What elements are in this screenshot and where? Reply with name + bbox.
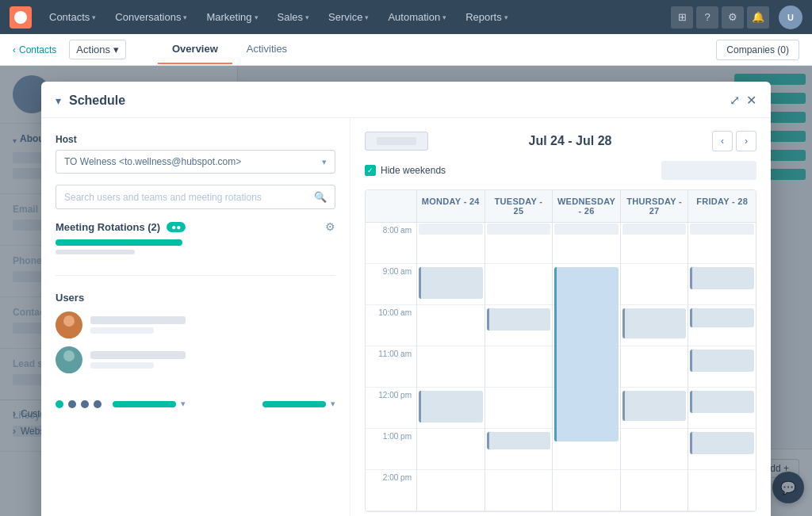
search-box[interactable]: Search users and teams and meeting rotat… [56,185,335,209]
nav-reports[interactable]: Reports ▾ [458,8,516,26]
tue-2pm[interactable] [485,470,553,511]
thu-10am[interactable] [621,305,688,346]
nav-contacts[interactable]: Contacts ▾ [41,8,104,26]
fri-8am[interactable] [688,223,756,264]
fri-2pm[interactable] [688,470,756,511]
mon-12pm[interactable] [417,388,485,429]
thu-2pm[interactable] [621,470,688,511]
help-icon-btn[interactable]: ? [696,6,718,29]
user-avatar[interactable]: U [779,6,802,29]
tab-activities[interactable]: Activities [232,35,301,64]
calendar-filter-dropdown[interactable] [661,161,756,180]
hide-weekends-option[interactable]: ✓ Hide weekends [365,165,446,176]
nav-marketing[interactable]: Marketing ▾ [198,8,266,26]
left-panel: Host TO Welness <to.wellness@hubspot.com… [41,118,350,516]
companies-button[interactable]: Companies (0) [716,40,799,60]
notification-icon-btn[interactable]: 🔔 [747,6,769,29]
mon-1pm[interactable] [417,429,485,470]
actions-button[interactable]: Actions ▾ [69,40,126,59]
expand-icon[interactable]: ⤢ [730,93,740,108]
wed-8am[interactable] [553,223,620,264]
day-header-wed: WEDNESDAY - 26 [553,190,621,222]
tue-9am[interactable] [485,264,553,305]
nav-conversations[interactable]: Conversations ▾ [107,8,195,26]
mon-8am[interactable] [417,223,485,264]
wed-2pm[interactable] [553,470,620,511]
dot-4 [94,400,102,408]
prev-week-button[interactable]: ‹ [712,131,733,151]
modal-collapse-icon[interactable]: ▾ [56,94,61,107]
calendar-body: 8:00 am 9:00 am 10:00 am 11:00 am [366,223,756,511]
mon-9am[interactable] [417,264,485,305]
chevron-down-icon: ▾ [183,13,187,21]
meeting-rotations-section: Meeting Rotations (2) ●● ⚙ [56,220,335,262]
gear-icon[interactable]: ⚙ [325,220,335,233]
thu-9am[interactable] [621,264,688,305]
modal-title: Schedule [69,94,722,108]
calendar-grid: MONDAY - 24 TUESDAY - 25 WEDNESDAY - 26 … [365,189,756,512]
modal-body: Host TO Welness <to.wellness@hubspot.com… [41,118,771,516]
wed-9am[interactable] [553,264,620,305]
tue-10am[interactable] [485,305,553,346]
thu-1pm[interactable] [621,429,688,470]
mon-11am[interactable] [417,346,485,388]
nav-icon-group: ⊞ ? ⚙ 🔔 U [671,6,802,29]
mon-2pm[interactable] [417,470,485,511]
pagination-bar-right [262,401,326,407]
close-icon[interactable]: ✕ [746,93,756,108]
hubspot-logo[interactable] [10,6,32,29]
chevron-left-icon: ‹ [13,44,16,55]
host-select[interactable]: TO Welness <to.wellness@hubspot.com> ▾ [56,150,335,174]
time-1pm: 1:00 pm [366,429,416,470]
sub-nav-tabs: Overview Activities [158,35,301,64]
host-field-group: Host TO Welness <to.wellness@hubspot.com… [56,134,335,174]
user-avatar-1 [56,312,82,338]
fri-10am[interactable] [688,305,756,346]
user-avatar-2 [56,346,82,373]
tab-overview[interactable]: Overview [158,35,232,64]
hide-weekends-checkbox[interactable]: ✓ [365,165,376,176]
search-icon-btn[interactable]: ⊞ [671,6,693,29]
send-button[interactable] [365,132,428,151]
meeting-rotations-title: Meeting Rotations (2) [56,221,160,233]
back-to-contacts[interactable]: ‹ Contacts [13,44,56,55]
thu-12pm[interactable] [621,388,688,429]
time-12pm: 12:00 pm [366,388,416,429]
mon-10am[interactable] [417,305,485,346]
rotation-item-1 [56,239,335,254]
tue-8am[interactable] [485,223,553,264]
monday-col [417,223,485,511]
pagination: ▾ ▾ [56,392,335,409]
search-icon: 🔍 [314,191,327,203]
fri-12pm[interactable] [688,388,756,429]
pagination-bar-left [113,401,176,407]
fri-9am[interactable] [688,264,756,305]
fri-event-9am [690,267,754,289]
users-title: Users [56,292,335,304]
time-2pm: 2:00 pm [366,470,416,511]
tue-event-1pm [487,432,551,449]
thu-8am[interactable] [621,223,688,264]
thu-11am[interactable] [621,346,688,388]
fri-11am[interactable] [688,346,756,388]
settings-icon-btn[interactable]: ⚙ [722,6,744,29]
tue-11am[interactable] [485,346,553,388]
tue-1pm[interactable] [485,429,553,470]
thursday-col [621,223,689,511]
date-range: Jul 24 - Jul 28 [438,134,703,148]
time-10am: 10:00 am [366,305,416,346]
chevron-down-icon: ▾ [504,13,508,21]
fri-1pm[interactable] [688,429,756,470]
next-week-button[interactable]: › [736,131,756,151]
thu-event-10am [622,308,687,338]
tue-12pm[interactable] [485,388,553,429]
nav-sales[interactable]: Sales ▾ [270,8,318,26]
svg-point-0 [63,315,75,327]
calendar-controls: Jul 24 - Jul 28 ‹ › [365,131,756,151]
sub-nav-right: Companies (0) [716,40,799,60]
thu-event-12pm [622,391,687,421]
host-label: Host [56,134,335,145]
nav-service[interactable]: Service ▾ [320,8,377,26]
nav-automation[interactable]: Automation ▾ [380,8,454,26]
fri-event-1pm [690,432,754,454]
